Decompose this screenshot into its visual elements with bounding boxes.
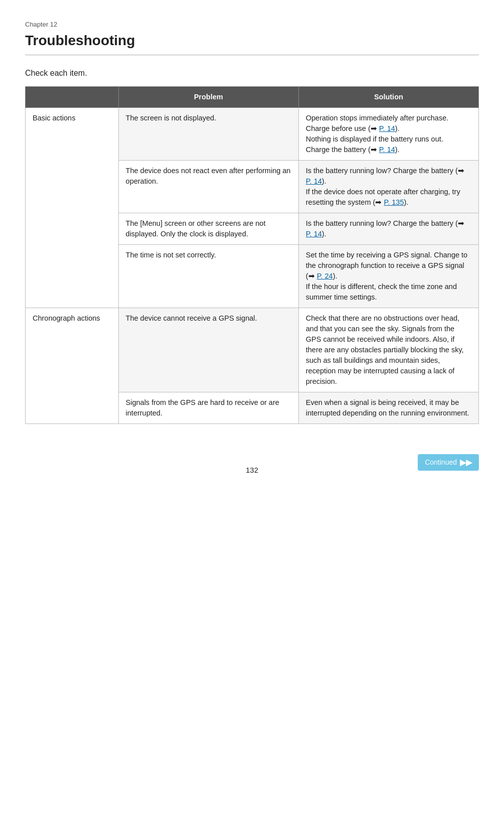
solution-link[interactable]: P. 14 xyxy=(306,230,322,238)
page-number: 132 xyxy=(85,465,419,476)
solution-link[interactable]: P. 14 xyxy=(306,177,322,185)
chapter-label: Chapter 12 xyxy=(25,20,479,30)
solution-cell: Operation stops immediately after purcha… xyxy=(298,107,478,160)
col-problem: Problem xyxy=(118,86,298,107)
solution-cell: Is the battery running low? Charge the b… xyxy=(298,213,478,244)
table-row: Chronograph actionsThe device cannot rec… xyxy=(26,308,479,392)
solution-cell: Check that there are no obstructions ove… xyxy=(298,308,478,392)
continued-wrapper: Continued ▶▶ xyxy=(419,454,479,476)
continued-arrow-icon: ▶▶ xyxy=(460,457,472,468)
problem-cell: The device cannot receive a GPS signal. xyxy=(118,308,298,392)
problem-cell: The time is not set correctly. xyxy=(118,244,298,308)
solution-link[interactable]: P. 24 xyxy=(317,272,333,280)
solution-link[interactable]: P. 14 xyxy=(379,146,395,154)
col-category xyxy=(26,86,119,107)
title-rule xyxy=(25,55,479,55)
continued-label: Continued xyxy=(425,457,457,467)
solution-cell: Is the battery running low? Charge the b… xyxy=(298,160,478,213)
continued-button[interactable]: Continued ▶▶ xyxy=(418,454,479,471)
solution-link[interactable]: P. 14 xyxy=(379,124,395,132)
problem-cell: The device does not react even after per… xyxy=(118,160,298,213)
solution-cell: Set the time by receiving a GPS signal. … xyxy=(298,244,478,308)
category-cell: Basic actions xyxy=(26,107,119,308)
table-row: Basic actionsThe screen is not displayed… xyxy=(26,107,479,160)
problem-cell: The [Menu] screen or other screens are n… xyxy=(118,213,298,244)
problem-cell: Signals from the GPS are hard to receive… xyxy=(118,392,298,424)
page-title: Troubleshooting xyxy=(25,31,479,51)
troubleshooting-table: Problem Solution Basic actionsThe screen… xyxy=(25,86,479,424)
problem-cell: The screen is not displayed. xyxy=(118,107,298,160)
col-solution: Solution xyxy=(298,86,478,107)
solution-link[interactable]: P. 135 xyxy=(384,198,404,206)
category-cell: Chronograph actions xyxy=(26,308,119,424)
intro-text: Check each item. xyxy=(25,67,479,79)
solution-cell: Even when a signal is being received, it… xyxy=(298,392,478,424)
